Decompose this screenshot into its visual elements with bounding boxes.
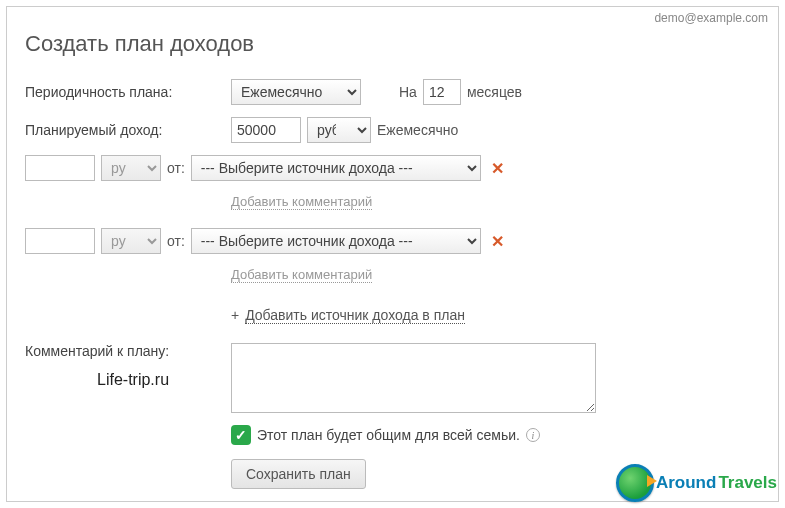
arrow-icon	[647, 475, 657, 487]
source-amount-input[interactable]	[25, 228, 95, 254]
share-plan-label: Этот план будет общим для всей семьи.	[257, 427, 520, 443]
income-source-select[interactable]: --- Выберите источник дохода ---	[191, 228, 481, 254]
save-button[interactable]: Сохранить план	[231, 459, 366, 489]
ot-label: от:	[167, 233, 185, 249]
source-currency-select[interactable]: руб	[101, 228, 161, 254]
months-label: месяцев	[467, 84, 522, 100]
user-email: demo@example.com	[654, 11, 768, 25]
share-plan-row: ✓ Этот план будет общим для всей семьи. …	[231, 425, 760, 445]
na-label: На	[399, 84, 417, 100]
period-row: Периодичность плана: Ежемесячно На месяц…	[25, 79, 760, 105]
plus-icon: +	[231, 307, 239, 323]
delete-row-icon[interactable]: ✕	[487, 159, 508, 178]
ot-label: от:	[167, 160, 185, 176]
income-label: Планируемый доход:	[25, 122, 225, 138]
income-source-select[interactable]: --- Выберите источник дохода ---	[191, 155, 481, 181]
period-select[interactable]: Ежемесячно	[231, 79, 361, 105]
watermark: Life-trip.ru	[97, 371, 169, 389]
delete-row-icon[interactable]: ✕	[487, 232, 508, 251]
page-title: Создать план доходов	[25, 31, 760, 57]
info-icon[interactable]: i	[526, 428, 540, 442]
income-currency-select[interactable]: руб	[307, 117, 371, 143]
brand-logo: AroundTravels	[616, 464, 777, 502]
globe-icon	[616, 464, 654, 502]
source-row: руб от: --- Выберите источник дохода ---…	[25, 155, 760, 181]
share-plan-checkbox[interactable]: ✓	[231, 425, 251, 445]
logo-text-around: Around	[656, 473, 716, 493]
add-comment-link[interactable]: Добавить комментарий	[231, 267, 372, 283]
income-plan-panel: demo@example.com Создать план доходов Пе…	[6, 6, 779, 502]
add-source-row: +Добавить источник дохода в план	[231, 307, 760, 323]
add-comment-link[interactable]: Добавить комментарий	[231, 194, 372, 210]
add-source-link[interactable]: Добавить источник дохода в план	[245, 307, 465, 324]
period-label: Периодичность плана:	[25, 84, 225, 100]
plan-comment-textarea[interactable]	[231, 343, 596, 413]
source-row: руб от: --- Выберите источник дохода ---…	[25, 228, 760, 254]
income-period-text: Ежемесячно	[377, 122, 458, 138]
months-input[interactable]	[423, 79, 461, 105]
source-amount-input[interactable]	[25, 155, 95, 181]
comment-label: Комментарий к плану:	[25, 343, 225, 359]
income-amount-input[interactable]	[231, 117, 301, 143]
income-row: Планируемый доход: руб Ежемесячно	[25, 117, 760, 143]
logo-text-travels: Travels	[718, 473, 777, 493]
source-currency-select[interactable]: руб	[101, 155, 161, 181]
